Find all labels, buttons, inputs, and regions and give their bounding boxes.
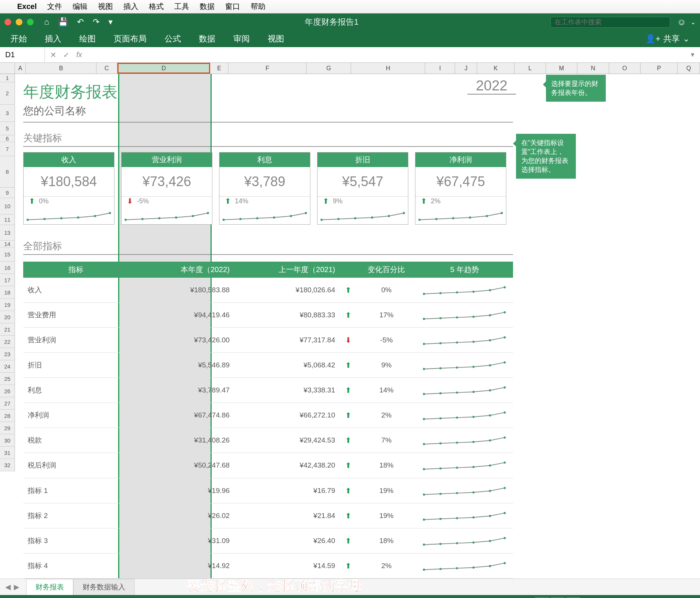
row-header[interactable]: 14: [0, 241, 15, 247]
row-header[interactable]: 19: [0, 299, 15, 311]
confirm-icon[interactable]: ✓: [63, 50, 70, 59]
year-selector[interactable]: 2022: [467, 78, 516, 95]
menu-help[interactable]: 帮助: [251, 1, 265, 12]
sheet-tab[interactable]: 财务报表: [26, 579, 73, 595]
qat-more-icon[interactable]: ▾: [108, 17, 113, 27]
row-header[interactable]: 24: [0, 360, 15, 373]
tab-view[interactable]: 视图: [268, 33, 284, 44]
menu-format[interactable]: 格式: [149, 1, 164, 12]
row-header[interactable]: 27: [0, 397, 15, 410]
divider: [23, 146, 513, 147]
share-button[interactable]: 👤+ 共享 ⌄: [645, 33, 690, 44]
close-icon[interactable]: [4, 19, 11, 25]
svg-point-94: [489, 540, 491, 542]
column-header-N[interactable]: N: [577, 63, 609, 74]
row-header[interactable]: 18: [0, 286, 15, 299]
minimize-icon[interactable]: [16, 19, 22, 25]
row-header[interactable]: 13: [0, 225, 15, 241]
row-header[interactable]: 15: [0, 247, 15, 262]
column-header-O[interactable]: O: [609, 63, 641, 74]
row-header[interactable]: 8: [0, 156, 15, 188]
row-header[interactable]: 7: [0, 142, 15, 156]
svg-point-25: [435, 218, 438, 220]
row-header[interactable]: 1: [0, 74, 15, 82]
menu-tools[interactable]: 工具: [174, 1, 189, 12]
tab-draw[interactable]: 绘图: [79, 33, 96, 44]
column-header-I[interactable]: I: [425, 63, 455, 74]
column-header-A[interactable]: A: [15, 63, 26, 74]
formula-expand-icon[interactable]: ▼: [685, 52, 700, 58]
column-header-D[interactable]: D: [117, 63, 210, 74]
column-header-L[interactable]: L: [515, 63, 546, 74]
row-header[interactable]: 11: [0, 215, 15, 225]
maximize-icon[interactable]: [27, 19, 34, 25]
row-header[interactable]: 29: [0, 422, 15, 434]
search-input[interactable]: [550, 17, 670, 28]
row-header[interactable]: 22: [0, 336, 15, 348]
menu-view[interactable]: 视图: [98, 1, 113, 12]
app-name[interactable]: Excel: [17, 2, 37, 11]
row-header[interactable]: 2: [0, 82, 15, 105]
row-header[interactable]: 16: [0, 262, 15, 274]
name-box[interactable]: D1: [0, 47, 45, 62]
row-header[interactable]: 32: [0, 459, 15, 471]
feedback-icon[interactable]: ☺: [677, 17, 686, 27]
row-header[interactable]: 5: [0, 122, 15, 135]
svg-point-17: [305, 212, 307, 214]
save-icon[interactable]: 💾: [58, 17, 68, 27]
tab-layout[interactable]: 页面布局: [114, 33, 147, 44]
undo-icon[interactable]: ↶: [77, 17, 84, 27]
column-header-Q[interactable]: Q: [678, 63, 700, 74]
svg-point-68: [456, 442, 458, 444]
row-header[interactable]: 9: [0, 188, 15, 198]
row-header[interactable]: 31: [0, 447, 15, 459]
row-header[interactable]: 30: [0, 434, 15, 447]
redo-icon[interactable]: ↷: [93, 17, 99, 27]
titlebar-chevron-icon[interactable]: ⌄: [691, 19, 696, 26]
column-header-G[interactable]: G: [307, 63, 351, 74]
menu-edit[interactable]: 编辑: [73, 1, 88, 12]
divider: [23, 122, 513, 123]
tab-insert[interactable]: 插入: [45, 33, 61, 44]
menu-data[interactable]: 数据: [200, 1, 215, 12]
svg-point-35: [504, 286, 506, 289]
row-header[interactable]: 10: [0, 198, 15, 215]
column-header-C[interactable]: C: [96, 63, 117, 74]
column-header-F[interactable]: F: [228, 63, 306, 74]
home-icon[interactable]: ⌂: [44, 17, 49, 27]
column-header-P[interactable]: P: [641, 63, 678, 74]
column-header-E[interactable]: E: [210, 63, 229, 74]
column-header-H[interactable]: H: [351, 63, 426, 74]
tab-data[interactable]: 数据: [199, 33, 215, 44]
tab-home[interactable]: 开始: [10, 33, 27, 44]
row-header[interactable]: 28: [0, 410, 15, 422]
sheet-tab[interactable]: 财务数据输入: [73, 579, 135, 595]
sheet-next-icon[interactable]: ▶: [14, 583, 19, 591]
tab-review[interactable]: 审阅: [233, 33, 250, 44]
column-header-K[interactable]: K: [477, 63, 514, 74]
row-header[interactable]: 21: [0, 323, 15, 336]
row-header[interactable]: 6: [0, 135, 15, 142]
svg-point-30: [423, 293, 425, 295]
column-header-J[interactable]: J: [455, 63, 478, 74]
fx-icon[interactable]: fx: [76, 50, 82, 59]
row-header[interactable]: 17: [0, 274, 15, 286]
row-header[interactable]: 25: [0, 373, 15, 385]
menu-file[interactable]: 文件: [47, 1, 62, 12]
column-header-B[interactable]: B: [26, 63, 96, 74]
sheet-prev-icon[interactable]: ◀: [5, 583, 11, 591]
tab-formulas[interactable]: 公式: [165, 33, 181, 44]
menu-window[interactable]: 窗口: [225, 1, 240, 12]
svg-point-5: [109, 212, 111, 214]
svg-point-93: [473, 541, 475, 543]
select-all-cell[interactable]: [0, 63, 15, 74]
cancel-icon[interactable]: ✕: [50, 50, 56, 59]
menu-insert[interactable]: 插入: [123, 1, 138, 12]
svg-point-92: [456, 542, 458, 544]
row-header[interactable]: 26: [0, 385, 15, 397]
row-header[interactable]: 23: [0, 348, 15, 360]
column-header-M[interactable]: M: [546, 63, 577, 74]
spreadsheet-grid[interactable]: 1235678910111314151617181920212223242526…: [0, 74, 700, 579]
row-header[interactable]: 3: [0, 105, 15, 122]
row-header[interactable]: 20: [0, 311, 15, 323]
